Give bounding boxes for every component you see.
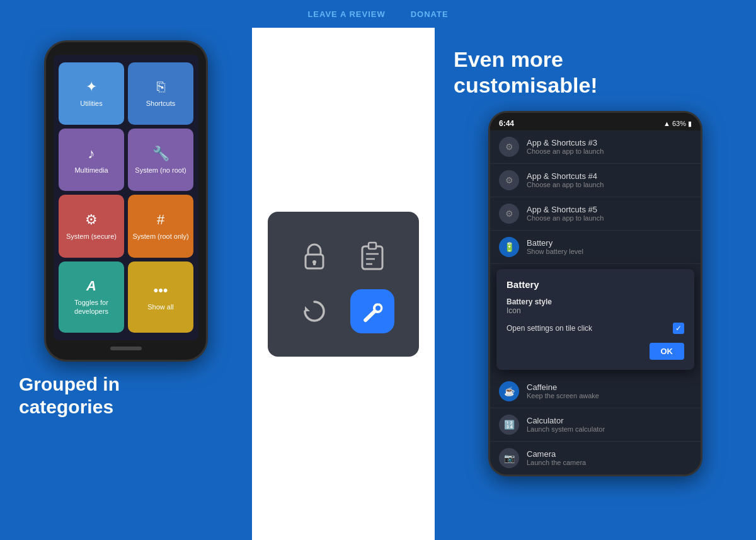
camera-title: Camera [527,449,692,459]
status-time: 6:44 [499,119,514,128]
leave-review-link[interactable]: LEAVE A REVIEW [307,9,385,19]
battery-sub: Show battery level [527,248,692,255]
tile-system-root[interactable]: # System (root only) [128,195,193,257]
app3-title: App & Shortcuts #3 [527,138,692,147]
left-panel: ✦ Utilities ⎘ Shortcuts ♪ Multimedia 🔧 S… [0,28,252,540]
system-no-root-icon: 🔧 [152,146,169,162]
tile-utilities[interactable]: ✦ Utilities [59,62,124,125]
svg-rect-3 [362,246,382,269]
right-phone-screen: ⚙ App & Shortcuts #3 Choose an app to la… [490,130,701,474]
utilities-icon: ✦ [86,79,97,95]
camera-icon: 📷 [499,448,519,468]
list-item-camera[interactable]: 📷 Camera Launch the camera [490,442,701,474]
list-item-app3[interactable]: ⚙ App & Shortcuts #3 Choose an app to la… [490,130,701,164]
app5-sub: Choose an app to launch [527,214,692,222]
widget-lock-icon [301,241,328,272]
tagline-line1: Grouped in [19,374,120,394]
svg-marker-8 [305,306,310,311]
calculator-icon: 🔢 [499,415,519,435]
system-no-root-label: System (no root) [135,166,186,175]
tagline-line2: categories [19,396,113,417]
widget-demo [268,212,419,357]
app5-title: App & Shortcuts #5 [527,205,692,214]
dialog-battery-style-label: Battery style [507,297,684,306]
app4-icon: ⚙ [499,170,519,190]
tile-system-no-root[interactable]: 🔧 System (no root) [128,129,193,191]
donate-link[interactable]: DONATE [411,9,449,19]
toggles-dev-icon: A [86,278,96,294]
svg-rect-2 [313,262,316,265]
list-item-caffeine[interactable]: ☕ Caffeine Keep the screen awake [490,375,701,408]
calculator-title: Calculator [527,416,692,425]
multimedia-icon: ♪ [88,146,95,162]
dialog-battery-style-value: Icon [507,306,684,315]
show-all-label: Show all [147,302,174,311]
app4-title: App & Shortcuts #4 [527,171,692,181]
widget-refresh-icon [300,297,329,326]
tile-system-secure[interactable]: ⚙ System (secure) [59,195,124,257]
dialog-checkbox[interactable]: ✓ [673,323,684,334]
system-secure-label: System (secure) [66,232,117,241]
tile-shortcuts[interactable]: ⎘ Shortcuts [128,62,193,125]
battery-dialog: Battery Battery style Icon Open settings… [496,269,694,370]
system-secure-icon: ⚙ [85,212,98,228]
right-panel: Even more customisable! 6:44 ▲ 63% ▮ ⚙ A… [435,28,756,540]
left-phone-mockup: ✦ Utilities ⎘ Shortcuts ♪ Multimedia 🔧 S… [44,40,208,362]
list-item-app4[interactable]: ⚙ App & Shortcuts #4 Choose an app to la… [490,164,701,197]
dialog-title: Battery [507,279,684,290]
calculator-sub: Launch system calculator [527,425,692,433]
category-grid: ✦ Utilities ⎘ Shortcuts ♪ Multimedia 🔧 S… [54,55,198,340]
tile-list: ⚙ App & Shortcuts #3 Choose an app to la… [490,130,701,474]
shortcuts-icon: ⎘ [157,79,165,95]
right-tagline-line2: customisable! [454,73,598,97]
tile-toggles-dev[interactable]: A Toggles for developers [59,261,124,333]
app3-sub: Choose an app to launch [527,147,692,155]
app4-sub: Choose an app to launch [527,181,692,188]
left-tagline: Grouped in categories [13,373,120,418]
right-phone-notch [564,113,627,127]
utilities-label: Utilities [80,99,102,108]
dialog-checkbox-label: Open settings on tile click [507,324,592,333]
right-tagline-line1: Even more [454,47,563,71]
dialog-checkbox-row: Open settings on tile click ✓ [507,323,684,334]
tile-show-all[interactable]: ••• Show all [128,261,193,333]
dialog-ok-button[interactable]: OK [650,343,685,360]
app3-icon: ⚙ [499,137,519,157]
show-all-icon: ••• [153,282,168,299]
system-root-label: System (root only) [132,232,188,241]
shortcuts-label: Shortcuts [146,99,175,108]
dialog-battery-style-row: Battery style Icon [507,297,684,315]
list-item-app5[interactable]: ⚙ App & Shortcuts #5 Choose an app to la… [490,197,701,231]
list-item-battery[interactable]: 🔋 Battery Show battery level [490,231,701,264]
caffeine-title: Caffeine [527,382,692,392]
camera-sub: Launch the camera [527,459,692,466]
status-icons: ▲ 63% ▮ [663,120,692,128]
widget-clipboard-icon [360,241,385,272]
phone-home-button [110,347,142,350]
list-item-calculator[interactable]: 🔢 Calculator Launch system calculator [490,408,701,442]
phone-notch [101,42,151,51]
caffeine-sub: Keep the screen awake [527,392,692,399]
widget-wrench-icon [350,289,394,333]
header-bar: LEAVE A REVIEW DONATE [0,0,756,28]
battery-title: Battery [527,238,692,248]
system-root-icon: # [157,212,164,228]
app5-icon: ⚙ [499,204,519,224]
multimedia-label: Multimedia [74,166,108,175]
caffeine-icon: ☕ [499,381,519,401]
phone-screen: ✦ Utilities ⎘ Shortcuts ♪ Multimedia 🔧 S… [54,55,198,340]
middle-panel [252,28,435,540]
right-tagline: Even more customisable! [454,47,737,98]
svg-rect-4 [369,243,376,249]
battery-icon: 🔋 [499,237,519,257]
right-phone-mockup: 6:44 ▲ 63% ▮ ⚙ App & Shortcuts #3 Choose… [488,111,702,476]
toggles-dev-label: Toggles for developers [62,298,120,316]
tile-multimedia[interactable]: ♪ Multimedia [59,129,124,191]
main-content: ✦ Utilities ⎘ Shortcuts ♪ Multimedia 🔧 S… [0,28,756,540]
